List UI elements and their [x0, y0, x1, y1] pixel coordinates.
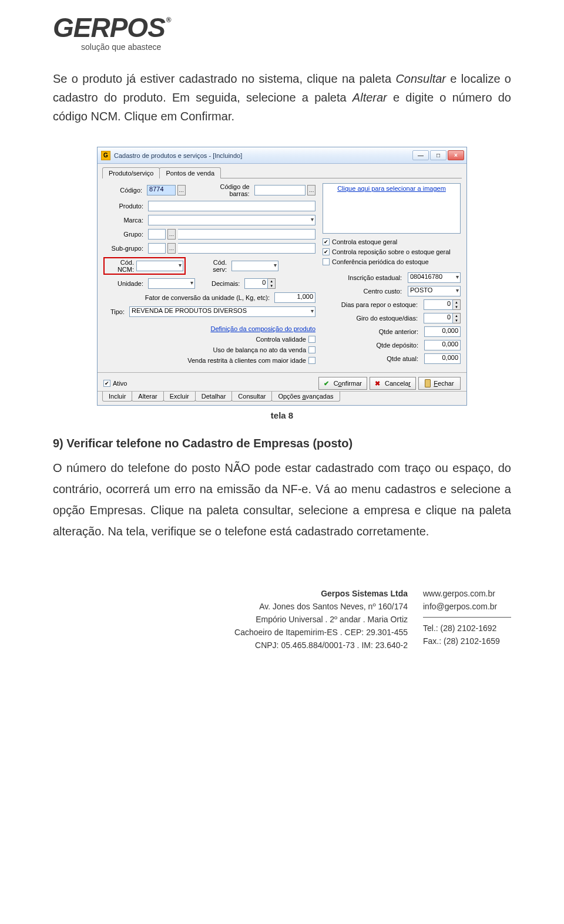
label-venda-restrita: Venda restrita à clientes com maior idad…: [187, 357, 306, 364]
tab-detalhar[interactable]: Detalhar: [195, 392, 233, 402]
spinner-giro[interactable]: 0▲▼: [424, 313, 461, 323]
figure-caption: tela 8: [53, 410, 511, 420]
tab-consultar[interactable]: Consultar: [231, 392, 272, 402]
select-codncm[interactable]: [136, 261, 183, 271]
button-codigo-browse[interactable]: …: [177, 185, 186, 195]
select-insc-estadual[interactable]: 080416780: [408, 272, 461, 283]
label-qtde-atual: Qtde atual:: [323, 355, 421, 362]
bottom-tabs: Incluir Alterar Excluir Detalhar Consult…: [98, 391, 466, 405]
input-qtde-atual[interactable]: 0,000: [424, 353, 461, 364]
label-controla-estoque: Controla estoque geral: [332, 238, 397, 245]
footer-company: Gerpos Sistemas Ltda: [234, 589, 408, 598]
input-codbarras[interactable]: [254, 185, 306, 195]
input-fator[interactable]: 1,000: [274, 292, 315, 303]
button-grupo-browse[interactable]: …: [167, 229, 176, 240]
footer-contact: www.gerpos.com.br info@gerpos.com.br Tel…: [423, 589, 511, 650]
maximize-button[interactable]: □: [430, 150, 446, 160]
checkbox-uso-balanca[interactable]: [308, 346, 315, 353]
button-bar: ✔Ativo Confirmar Cancelar Fechar: [98, 372, 466, 391]
label-codncm: Cód. NCM:: [106, 259, 136, 273]
logo-tagline: solução que abastece: [81, 42, 229, 52]
input-qtde-anterior[interactable]: 0,000: [424, 326, 461, 337]
close-button[interactable]: ×: [448, 150, 464, 160]
door-icon: [425, 379, 431, 387]
label-subgrupo: Sub-grupo:: [103, 245, 146, 252]
button-subgrupo-browse[interactable]: …: [167, 243, 176, 254]
footer-building: Empório Universal . 2º andar . Maria Ort…: [234, 615, 408, 624]
label-grupo: Grupo:: [103, 231, 146, 238]
link-definicao-composicao[interactable]: Definição da composição do produto: [210, 325, 315, 332]
button-confirmar[interactable]: Confirmar: [318, 377, 367, 390]
chevron-down-icon[interactable]: ▼: [268, 284, 275, 288]
tab-alterar[interactable]: Alterar: [132, 392, 163, 402]
form-area: Código: 8774 … Código de barras: … Produ…: [98, 178, 466, 372]
section-9-heading: 9) Verificar telefone no Cadastro de Emp…: [53, 437, 511, 450]
input-grupo-desc[interactable]: [178, 229, 315, 240]
chevron-up-icon[interactable]: ▲: [453, 313, 460, 318]
select-tipo[interactable]: REVENDA DE PRODUTOS DIVERSOS: [129, 306, 315, 317]
label-controla-validade: Controla validade: [256, 336, 306, 343]
label-qtde-deposito: Qtde depósito:: [323, 342, 421, 349]
button-codbarras-browse[interactable]: …: [307, 185, 315, 195]
footer-tel: Tel.: (28) 2102-1692: [423, 623, 511, 633]
checkbox-controla-estoque[interactable]: ✔: [323, 238, 330, 245]
select-unidade[interactable]: [148, 278, 195, 289]
link-select-image[interactable]: Clique aqui para selecionar a imagem: [323, 185, 460, 192]
app-icon: G: [101, 151, 110, 160]
tab-incluir[interactable]: Incluir: [102, 392, 132, 402]
tab-produto-servico[interactable]: Produto/serviço: [102, 167, 160, 178]
label-controla-reposicao: Controla reposição sobre o estoque geral: [332, 248, 451, 255]
input-subgrupo-desc[interactable]: [178, 243, 315, 254]
label-codserv: Cód. serv:: [199, 259, 229, 273]
label-ativo: Ativo: [113, 380, 127, 387]
ref-alterar: Alterar: [352, 91, 387, 104]
check-icon: [324, 380, 331, 387]
top-tabs: Produto/serviço Pontos de venda: [98, 164, 466, 178]
select-centro-custo[interactable]: POSTO: [408, 286, 461, 296]
chevron-up-icon[interactable]: ▲: [268, 279, 275, 284]
footer-email: info@gerpos.com.br: [423, 602, 511, 611]
intro-paragraph: Se o produto já estiver cadastrado no si…: [53, 69, 511, 126]
select-marca[interactable]: [148, 215, 315, 225]
chevron-down-icon[interactable]: ▼: [453, 318, 460, 323]
spinner-decimais[interactable]: 0 ▲▼: [244, 278, 276, 289]
tab-excluir[interactable]: Excluir: [163, 392, 196, 402]
checkbox-controla-validade[interactable]: [308, 336, 315, 343]
logo-brand: GERPOS®: [53, 14, 229, 41]
label-qtde-anterior: Qtde anterior:: [323, 328, 421, 335]
window-title: Cadastro de produtos e serviços - [Inclu…: [114, 152, 412, 159]
button-fechar[interactable]: Fechar: [418, 377, 461, 390]
label-uso-balanca: Uso de balança no ato da venda: [213, 346, 306, 353]
chevron-down-icon[interactable]: ▼: [453, 305, 460, 309]
label-produto: Produto:: [103, 203, 146, 210]
image-placeholder[interactable]: Clique aqui para selecionar a imagem: [323, 183, 461, 234]
x-icon: [375, 380, 382, 387]
input-codigo[interactable]: 8774: [147, 185, 176, 195]
chevron-up-icon[interactable]: ▲: [453, 300, 460, 305]
registered-mark: ®: [166, 16, 171, 24]
checkbox-venda-restrita[interactable]: [308, 357, 315, 364]
input-subgrupo[interactable]: [148, 243, 166, 254]
tab-pontos-venda[interactable]: Pontos de venda: [159, 167, 221, 178]
highlight-cod-ncm: Cód. NCM:: [103, 257, 186, 275]
checkbox-ativo[interactable]: ✔: [103, 380, 110, 387]
label-tipo: Tipo:: [103, 308, 127, 315]
app-window: G Cadastro de produtos e serviços - [Inc…: [97, 147, 467, 406]
select-codserv[interactable]: [231, 261, 278, 271]
section-9-body: O número do telefone do posto NÃO pode e…: [53, 457, 511, 542]
tab-opcoes-avancadas[interactable]: Opções avançadas: [271, 392, 340, 402]
spinner-dias-repor[interactable]: 0▲▼: [424, 299, 461, 310]
checkbox-controla-reposicao[interactable]: ✔: [323, 248, 330, 255]
input-qtde-deposito[interactable]: 0,000: [424, 340, 461, 350]
label-marca: Marca:: [103, 217, 146, 224]
checkbox-conferencia[interactable]: [323, 258, 330, 265]
label-conferencia: Conferência periódica do estoque: [332, 258, 429, 265]
input-produto[interactable]: [148, 201, 315, 211]
footer-address: Gerpos Sistemas Ltda Av. Jones dos Santo…: [234, 589, 408, 650]
input-grupo[interactable]: [148, 229, 166, 240]
label-codigo: Código:: [103, 187, 145, 194]
minimize-button[interactable]: —: [412, 150, 429, 160]
footer-city: Cachoeiro de Itapemirim-ES . CEP: 29.301…: [234, 628, 408, 637]
label-giro: Giro do estoque/dias:: [323, 315, 420, 322]
button-cancelar[interactable]: Cancelar: [370, 377, 416, 390]
